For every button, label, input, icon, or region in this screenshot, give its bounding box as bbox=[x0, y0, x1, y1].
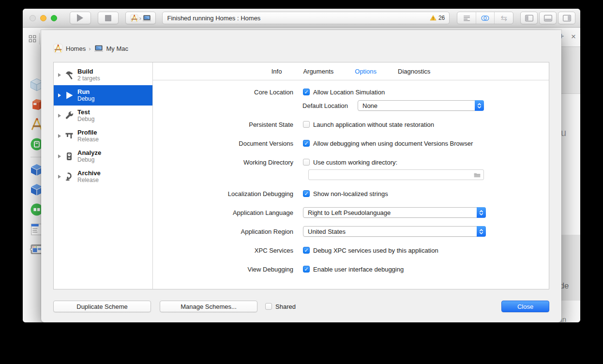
right-panel-icon bbox=[562, 13, 572, 23]
destination-name[interactable]: My Mac bbox=[106, 45, 129, 52]
persistent-state-checkbox[interactable] bbox=[303, 121, 310, 128]
stop-icon bbox=[105, 15, 111, 21]
localization-debugging-checkbox[interactable]: ✓ bbox=[303, 190, 310, 197]
warning-count: 26 bbox=[438, 15, 445, 21]
option-row-persistent-state: Persistent StateLaunch application witho… bbox=[153, 119, 549, 130]
dialog-footer: Duplicate Scheme Manage Schemes... Share… bbox=[53, 301, 549, 312]
scheme-destination-selector[interactable]: › bbox=[125, 12, 156, 24]
manage-schemes-button[interactable]: Manage Schemes... bbox=[160, 301, 257, 312]
minimize-window-button[interactable] bbox=[40, 15, 46, 21]
working-directory-checkbox[interactable] bbox=[303, 159, 310, 166]
close-button[interactable]: Close bbox=[501, 301, 549, 312]
option-label: XPC Services bbox=[153, 247, 298, 254]
tab-bar: InfoArgumentsOptionsDiagnostics bbox=[153, 62, 549, 80]
sidebar-item-analyze[interactable]: AnalyzeDebug bbox=[54, 146, 152, 167]
warning-icon bbox=[430, 15, 437, 21]
editor-mode-segmented-control: ⇆ bbox=[457, 12, 513, 24]
xcode-project-icon bbox=[130, 14, 138, 22]
option-label: Default Location bbox=[153, 102, 353, 109]
document-versions-checkbox[interactable]: ✓ bbox=[303, 140, 310, 147]
stop-button[interactable] bbox=[98, 12, 119, 24]
option-label: Localization Debugging bbox=[153, 190, 298, 197]
chevron-right-icon: › bbox=[89, 45, 90, 52]
toggle-navigator-button[interactable] bbox=[520, 12, 538, 24]
disclosure-triangle-icon[interactable] bbox=[58, 93, 61, 97]
disclosure-triangle-icon[interactable] bbox=[58, 114, 61, 118]
disclosure-triangle-icon[interactable] bbox=[58, 175, 61, 179]
caliper-icon bbox=[63, 130, 75, 142]
application-region-popup[interactable]: United States bbox=[303, 226, 486, 237]
option-row-view-debugging: View Debugging✓Enable user interface deb… bbox=[153, 264, 549, 274]
option-row-xpc-services: XPC Services✓Debug XPC services used by … bbox=[153, 245, 549, 256]
sidebar-item-label: Build bbox=[77, 68, 100, 75]
desktop: › Finished running Homes : Homes 26 ⇆ bbox=[0, 0, 603, 364]
default-location-popup[interactable]: None bbox=[358, 100, 484, 111]
toggle-debug-area-button[interactable] bbox=[539, 12, 557, 24]
shared-option: Shared bbox=[265, 303, 296, 310]
popup-selected-value: United States bbox=[303, 228, 346, 235]
xcode-toolbar: › Finished running Homes : Homes 26 ⇆ bbox=[23, 9, 580, 28]
panel-toggles bbox=[520, 12, 575, 24]
option-row-document-versions: Document Versions✓Allow debugging when u… bbox=[153, 138, 549, 149]
breadcrumb: Homes › My Mac bbox=[53, 44, 128, 53]
sidebar-item-build[interactable]: Build2 targets bbox=[54, 65, 152, 85]
assistant-editor-button[interactable] bbox=[476, 12, 495, 24]
play-icon bbox=[77, 14, 83, 22]
zoom-window-button[interactable] bbox=[51, 15, 57, 21]
issues-badge[interactable]: 26 bbox=[430, 15, 445, 21]
duplicate-scheme-button[interactable]: Duplicate Scheme bbox=[53, 301, 151, 312]
popup-selected-value: Right to Left Pseudolanguage bbox=[303, 209, 391, 216]
sidebar-item-archive[interactable]: ArchiveRelease bbox=[54, 167, 152, 187]
sidebar-item-run[interactable]: RunDebug bbox=[54, 85, 152, 106]
application-language-popup[interactable]: Right to Left Pseudolanguage bbox=[303, 207, 486, 218]
popup-stepper-icon bbox=[475, 100, 484, 111]
tab-options[interactable]: Options bbox=[355, 68, 377, 75]
text-lines-icon bbox=[462, 14, 471, 23]
disclosure-triangle-icon[interactable] bbox=[58, 134, 61, 138]
disclosure-triangle-icon[interactable] bbox=[58, 73, 61, 77]
tab-arguments[interactable]: Arguments bbox=[303, 68, 333, 75]
sidebar-item-profile[interactable]: ProfileRelease bbox=[54, 126, 152, 146]
checkbox-label: Use custom working directory: bbox=[313, 159, 397, 166]
checkbox-label: Enable user interface debugging bbox=[313, 266, 404, 273]
sidebar-item-label: Profile bbox=[77, 129, 99, 136]
standard-editor-button[interactable] bbox=[457, 12, 476, 24]
tab-info[interactable]: Info bbox=[271, 68, 282, 75]
sidebar-item-test[interactable]: TestDebug bbox=[54, 106, 152, 126]
option-row-working-directory: Working DirectoryUse custom working dire… bbox=[153, 157, 549, 167]
checkbox-label: Allow debugging when using document Vers… bbox=[313, 140, 473, 147]
option-label: Core Location bbox=[153, 89, 298, 96]
chip-separator: › bbox=[139, 15, 141, 22]
sidebar-item-label: Test bbox=[77, 109, 94, 116]
tab-diagnostics[interactable]: Diagnostics bbox=[398, 68, 430, 75]
disclosure-triangle-icon[interactable] bbox=[58, 154, 61, 158]
edit-scheme-dialog: Homes › My Mac Build2 targetsRunDebugTes… bbox=[41, 30, 561, 322]
checkbox-label: Show non-localized strings bbox=[313, 190, 388, 197]
popup-stepper-icon bbox=[477, 207, 486, 218]
working-directory-field-row bbox=[153, 169, 549, 180]
scheme-sidebar: Build2 targetsRunDebugTestDebugProfileRe… bbox=[54, 62, 153, 289]
my-mac-icon bbox=[142, 14, 151, 23]
version-editor-button[interactable]: ⇆ bbox=[494, 12, 513, 24]
popup-selected-value: None bbox=[358, 102, 377, 109]
shared-checkbox[interactable] bbox=[265, 303, 272, 310]
sidebar-item-label: Analyze bbox=[77, 150, 101, 156]
view-debugging-checkbox[interactable]: ✓ bbox=[303, 266, 310, 273]
core-location-checkbox[interactable]: ✓ bbox=[303, 89, 310, 95]
toggle-inspector-button[interactable] bbox=[558, 12, 575, 24]
divider bbox=[39, 33, 40, 45]
close-window-button[interactable] bbox=[30, 15, 36, 21]
sidebar-item-config: Debug bbox=[77, 96, 94, 102]
shared-label: Shared bbox=[275, 303, 296, 310]
run-button[interactable] bbox=[70, 12, 91, 24]
folder-icon[interactable] bbox=[473, 171, 481, 179]
xpc-services-checkbox[interactable]: ✓ bbox=[303, 247, 310, 254]
sidebar-item-config: Debug bbox=[77, 157, 101, 163]
sidebar-item-config: Release bbox=[77, 177, 101, 183]
bottom-panel-icon bbox=[543, 13, 553, 23]
option-rows: Core Location✓Allow Location SimulationD… bbox=[153, 80, 549, 274]
close-tab-button[interactable]: × bbox=[571, 32, 576, 42]
option-label: Working Directory bbox=[153, 159, 298, 166]
scheme-name[interactable]: Homes bbox=[66, 45, 86, 52]
working-directory-field[interactable] bbox=[308, 169, 484, 180]
